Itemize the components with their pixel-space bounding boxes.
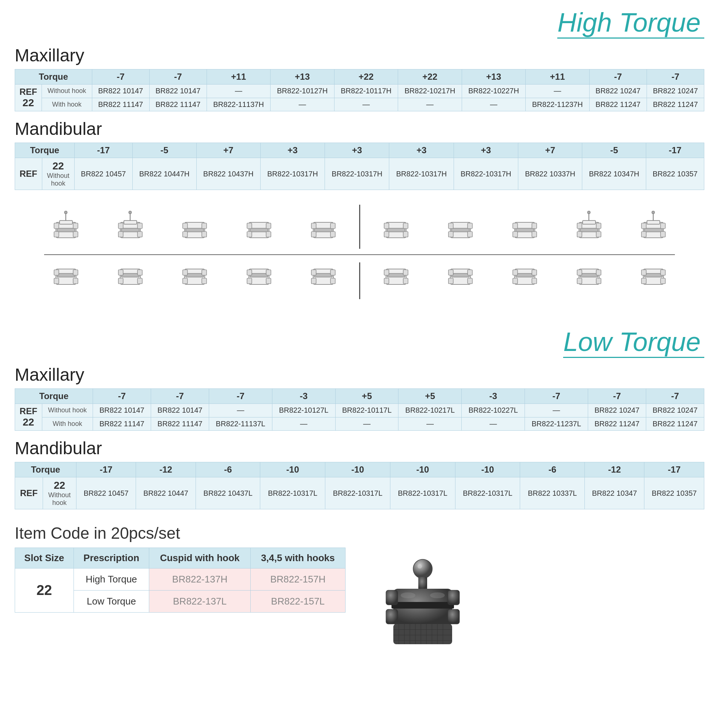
item-code-table: Slot Size Prescription Cuspid with hook … xyxy=(15,548,346,613)
svg-rect-137 xyxy=(386,590,398,605)
svg-rect-35 xyxy=(330,231,335,237)
svg-rect-39 xyxy=(403,223,408,229)
high-torque-title: High Torque xyxy=(557,8,704,38)
mh-hook-9: BR822 11247 xyxy=(589,98,647,112)
svg-rect-139 xyxy=(448,590,459,605)
svg-rect-37 xyxy=(387,228,405,232)
svg-rect-105 xyxy=(403,270,408,275)
mand-col-3: +7 xyxy=(196,143,260,158)
svg-rect-140 xyxy=(448,609,459,624)
svg-rect-91 xyxy=(250,274,268,277)
maxillary-high-without-hook-row: REF22 Without hook BR822 10147 BR822 101… xyxy=(15,84,704,98)
svg-rect-44 xyxy=(448,223,453,229)
svg-rect-59 xyxy=(577,231,582,237)
svg-rect-136 xyxy=(392,602,454,609)
mandibular-low-row: REF 22 Withouthook BR822 10457 BR822 104… xyxy=(15,477,704,509)
bracket-illustration xyxy=(367,558,478,654)
low-three45-code: BR822-157L xyxy=(250,590,345,613)
svg-rect-40 xyxy=(384,231,389,237)
svg-rect-23 xyxy=(202,231,207,237)
mand-h-6: BR822-10317H xyxy=(389,158,454,190)
mh-hook-4: — xyxy=(271,98,335,112)
tooth-lower-4 xyxy=(231,260,288,301)
svg-rect-113 xyxy=(468,278,472,284)
svg-rect-15 xyxy=(138,231,142,237)
with-hook-label: With hook xyxy=(41,98,92,112)
mh-hook-6: — xyxy=(398,98,462,112)
maxillary-low-with-hook-row: With hook BR822 11147 BR822 11147 BR822-… xyxy=(15,417,704,431)
col-7-4: -7 xyxy=(647,69,704,84)
svg-rect-87 xyxy=(202,270,207,275)
svg-rect-85 xyxy=(186,274,203,277)
svg-rect-3 xyxy=(54,223,59,229)
svg-rect-25 xyxy=(250,228,268,232)
svg-rect-27 xyxy=(266,223,271,229)
svg-rect-66 xyxy=(641,223,646,229)
mand-h-1: BR822 10457 xyxy=(74,158,132,190)
tooth-lower-1 xyxy=(37,260,95,301)
mand-col-6: +3 xyxy=(389,143,454,158)
svg-rect-34 xyxy=(311,231,316,237)
mh-wh-2: BR822 10147 xyxy=(149,84,207,98)
svg-rect-127 xyxy=(644,274,662,277)
col-plus13-1: +13 xyxy=(271,69,335,84)
lt-ref-label: REF22 xyxy=(15,404,42,431)
svg-rect-21 xyxy=(202,223,207,229)
svg-rect-4 xyxy=(73,223,78,229)
svg-rect-65 xyxy=(644,228,662,232)
mh-wh-6: BR822-10217H xyxy=(398,84,462,98)
low-cuspid-code: BR822-137L xyxy=(149,590,250,613)
maxillary-low-table: Torque -7 -7 -7 -3 +5 +5 -3 -7 -7 -7 REF… xyxy=(15,388,704,431)
mand-col-1: -17 xyxy=(74,143,132,158)
mandibular-low-title: Mandibular xyxy=(15,438,704,458)
svg-rect-121 xyxy=(580,274,598,277)
lt-with-hook-label: With hook xyxy=(42,417,93,431)
mandibular-high-title: Mandibular xyxy=(15,119,704,139)
svg-point-132 xyxy=(413,559,432,578)
svg-rect-141 xyxy=(393,624,452,644)
mand-col-8: +7 xyxy=(518,143,582,158)
slot-value: 22 xyxy=(15,569,74,613)
svg-rect-128 xyxy=(641,270,646,275)
svg-rect-80 xyxy=(118,270,123,275)
col-7-1: -7 xyxy=(92,69,149,84)
svg-point-17 xyxy=(129,211,132,214)
svg-rect-79 xyxy=(121,274,139,277)
lt-mand-ref: REF xyxy=(15,477,43,509)
svg-rect-53 xyxy=(532,231,537,237)
svg-rect-82 xyxy=(118,278,123,284)
svg-rect-68 xyxy=(641,231,646,237)
svg-rect-69 xyxy=(661,231,665,237)
svg-rect-88 xyxy=(183,278,187,284)
tooth-diagram-upper xyxy=(15,201,704,304)
mand-h-5: BR822-10317H xyxy=(325,158,389,190)
maxillary-low-without-hook-row: REF22 Without hook BR822 10147 BR822 101… xyxy=(15,404,704,418)
mh-wh-5: BR822-10117H xyxy=(334,84,398,98)
high-torque-title-block: High Torque xyxy=(15,8,704,38)
mh-hook-1: BR822 11147 xyxy=(92,98,149,112)
svg-rect-33 xyxy=(330,223,335,229)
col-plus22-2: +22 xyxy=(398,69,462,84)
maxillary-high-title: Maxillary xyxy=(15,45,704,66)
svg-rect-45 xyxy=(468,223,472,229)
svg-rect-116 xyxy=(513,270,517,275)
mandibular-low-section: Mandibular Torque -17 -12 -6 -10 -10 -10… xyxy=(15,438,704,509)
tooth-upper-3 xyxy=(166,206,223,247)
mand-col-7: +3 xyxy=(454,143,518,158)
svg-rect-95 xyxy=(266,278,271,284)
svg-rect-55 xyxy=(583,220,595,224)
maxillary-high-with-hook-row: With hook BR822 11147 BR822 11147 BR822-… xyxy=(15,98,704,112)
svg-rect-101 xyxy=(330,278,335,284)
svg-rect-57 xyxy=(577,223,582,229)
tooth-lower-5 xyxy=(295,260,352,301)
tooth-upper-4 xyxy=(231,206,288,247)
item-code-title: Item Code in 20pcs/set xyxy=(15,524,704,542)
svg-point-71 xyxy=(652,211,655,214)
mh-wh-3: — xyxy=(207,84,271,98)
mh-hook-7: — xyxy=(462,98,526,112)
lt-without-hook-label: Without hook xyxy=(42,404,93,418)
mh-wh-4: BR822-10127H xyxy=(271,84,335,98)
mandibular-high-row: REF 22 Withouthook BR822 10457 BR822 104… xyxy=(15,158,704,190)
svg-rect-77 xyxy=(73,278,78,284)
svg-rect-109 xyxy=(451,274,470,277)
